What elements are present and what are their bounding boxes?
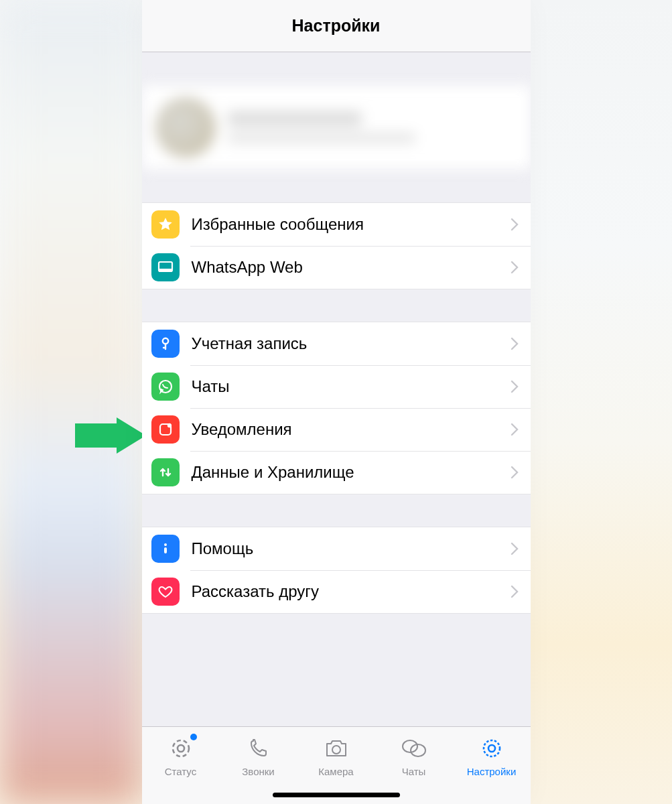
- row-whatsapp-web[interactable]: WhatsApp Web: [142, 246, 531, 289]
- tab-camera[interactable]: Камера: [297, 735, 375, 777]
- row-label: Данные и Хранилище: [192, 463, 511, 482]
- settings-scroll[interactable]: Избранные сообщения WhatsApp Web Учетная…: [142, 52, 531, 726]
- phone-frame: Настройки Избранные сообщения: [142, 0, 531, 804]
- row-chats-settings[interactable]: Чаты: [142, 365, 531, 408]
- heart-icon: [151, 578, 180, 606]
- tab-calls[interactable]: Звонки: [220, 735, 297, 777]
- settings-group-2: Учетная запись Чаты Уведомления: [142, 322, 531, 494]
- row-starred-messages[interactable]: Избранные сообщения: [142, 203, 531, 246]
- updown-icon: [151, 458, 180, 486]
- row-account[interactable]: Учетная запись: [142, 322, 531, 365]
- notification-icon: [151, 415, 180, 444]
- tab-status[interactable]: Статус: [142, 735, 220, 777]
- row-label: Чаты: [192, 377, 511, 396]
- svg-point-6: [167, 423, 171, 427]
- svg-point-11: [332, 746, 340, 754]
- svg-point-13: [411, 744, 425, 756]
- home-indicator: [273, 793, 400, 797]
- svg-rect-8: [164, 547, 167, 553]
- profile-status: [228, 133, 415, 143]
- row-label: Учетная запись: [192, 334, 511, 353]
- svg-point-12: [403, 740, 417, 752]
- info-icon: [151, 535, 180, 563]
- chevron-right-icon: [511, 423, 519, 436]
- whatsapp-icon: [151, 373, 180, 401]
- chevron-right-icon: [511, 218, 519, 231]
- svg-point-15: [484, 740, 500, 756]
- key-icon: [151, 330, 180, 358]
- settings-group-1: Избранные сообщения WhatsApp Web: [142, 202, 531, 289]
- chevron-right-icon: [511, 337, 519, 350]
- svg-marker-0: [75, 417, 146, 454]
- tab-label: Чаты: [402, 766, 426, 777]
- row-notifications[interactable]: Уведомления: [142, 408, 531, 451]
- background-blur: [0, 0, 141, 804]
- tab-bar: Статус Звонки Камера Чаты Настройки: [142, 726, 531, 804]
- row-label: Помощь: [192, 539, 511, 558]
- svg-point-10: [178, 745, 184, 752]
- desktop-icon: [151, 253, 180, 281]
- phone-icon: [247, 735, 270, 762]
- row-label: Уведомления: [192, 420, 511, 439]
- svg-point-7: [164, 543, 167, 546]
- status-icon: [169, 735, 193, 762]
- page-title: Настройки: [292, 16, 381, 36]
- tab-label: Камера: [318, 766, 353, 777]
- tab-label: Звонки: [242, 766, 274, 777]
- avatar: [155, 97, 216, 157]
- chats-icon: [401, 735, 427, 762]
- svg-rect-2: [159, 269, 172, 271]
- camera-icon: [324, 735, 349, 762]
- row-label: WhatsApp Web: [192, 258, 511, 277]
- status-badge-dot: [190, 734, 197, 740]
- settings-group-3: Помощь Рассказать другу: [142, 527, 531, 614]
- svg-point-9: [173, 740, 189, 756]
- tab-label: Настройки: [467, 766, 517, 777]
- chevron-right-icon: [511, 466, 519, 479]
- profile-name: [228, 111, 362, 126]
- row-label: Рассказать другу: [192, 582, 511, 601]
- profile-row[interactable]: [142, 84, 531, 170]
- star-icon: [151, 210, 180, 239]
- annotation-arrow: [75, 417, 146, 454]
- chevron-right-icon: [511, 585, 519, 598]
- svg-point-14: [488, 745, 495, 752]
- header-bar: Настройки: [142, 0, 531, 52]
- chevron-right-icon: [511, 542, 519, 555]
- tab-settings[interactable]: Настройки: [453, 735, 531, 777]
- tab-chats[interactable]: Чаты: [375, 735, 453, 777]
- chevron-right-icon: [511, 261, 519, 274]
- row-data-storage[interactable]: Данные и Хранилище: [142, 451, 531, 494]
- row-label: Избранные сообщения: [192, 215, 511, 234]
- row-help[interactable]: Помощь: [142, 527, 531, 570]
- row-tell-friend[interactable]: Рассказать другу: [142, 570, 531, 613]
- gear-icon: [480, 735, 504, 762]
- chevron-right-icon: [511, 380, 519, 393]
- tab-label: Статус: [165, 766, 196, 777]
